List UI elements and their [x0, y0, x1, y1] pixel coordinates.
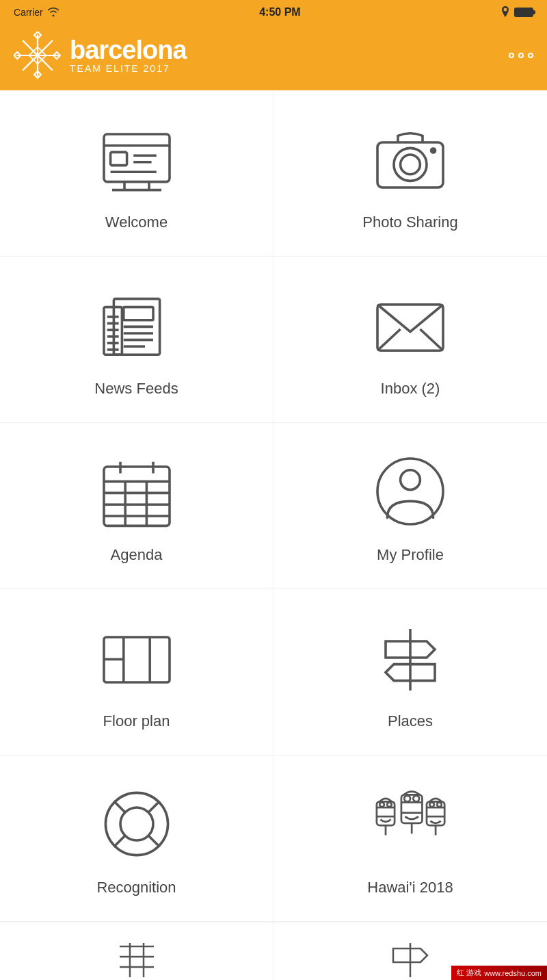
- logo: barcelona TEAM ELITE 2017: [14, 31, 187, 79]
- svg-point-78: [437, 802, 442, 807]
- menu-item-floor-plan[interactable]: Floor plan: [0, 589, 274, 756]
- floor-plan-label: Floor plan: [103, 712, 170, 730]
- brand-name: barcelona: [70, 37, 187, 63]
- svg-point-48: [401, 470, 421, 490]
- news-feeds-icon: [96, 284, 178, 366]
- photo-sharing-icon: [369, 118, 451, 200]
- watermark-site: www.redshu.com: [484, 969, 542, 977]
- dot-3: [528, 53, 533, 58]
- svg-point-21: [430, 147, 437, 154]
- more-options[interactable]: [509, 53, 533, 58]
- menu-item-news-feeds[interactable]: News Feeds: [0, 257, 274, 423]
- wifi-icon: [47, 7, 59, 18]
- agenda-label: Agenda: [111, 546, 163, 564]
- svg-point-20: [401, 155, 421, 175]
- menu-item-my-profile[interactable]: My Profile: [274, 423, 547, 589]
- brand-logo-icon: [14, 31, 62, 79]
- svg-line-60: [114, 836, 125, 847]
- menu-item-welcome[interactable]: Welcome: [0, 90, 274, 257]
- hawaii-label: Hawai'i 2018: [367, 879, 453, 897]
- svg-rect-11: [110, 152, 126, 165]
- floor-plan-icon: [96, 617, 178, 699]
- places-label: Places: [388, 712, 433, 730]
- svg-point-66: [387, 802, 392, 807]
- inbox-label: Inbox (2): [381, 380, 440, 398]
- menu-item-photo-sharing[interactable]: Photo Sharing: [274, 90, 547, 257]
- battery-icon: [514, 8, 533, 17]
- watermark: 红 游戏 www.redshu.com: [451, 966, 547, 980]
- main-grid: Welcome Photo Sharing: [0, 90, 547, 922]
- svg-line-61: [148, 836, 159, 847]
- status-icons: [501, 6, 533, 19]
- time-display: 4:50 PM: [259, 6, 300, 18]
- recognition-icon: [96, 783, 178, 865]
- menu-item-recognition[interactable]: Recognition: [0, 756, 274, 922]
- menu-item-places[interactable]: Places: [274, 589, 547, 756]
- menu-item-hawaii[interactable]: Hawai'i 2018: [274, 756, 547, 922]
- inbox-icon: [369, 284, 451, 366]
- watermark-label: 红 游戏: [457, 968, 481, 978]
- svg-line-36: [377, 329, 401, 350]
- places-icon: [369, 617, 451, 699]
- location-icon: [501, 6, 510, 19]
- partial-icon-left: [116, 943, 157, 977]
- carrier-label: Carrier: [14, 7, 43, 18]
- svg-line-58: [114, 801, 125, 812]
- svg-line-59: [148, 801, 159, 812]
- status-bar: Carrier 4:50 PM: [0, 0, 547, 25]
- my-profile-icon: [369, 450, 451, 532]
- svg-point-72: [413, 796, 419, 802]
- dot-2: [518, 53, 524, 58]
- dot-1: [509, 53, 514, 58]
- svg-point-19: [394, 148, 427, 181]
- svg-point-71: [404, 796, 410, 802]
- svg-line-37: [420, 329, 443, 350]
- news-feeds-label: News Feeds: [94, 380, 178, 398]
- svg-point-77: [429, 802, 434, 807]
- partial-icon-right: [390, 943, 431, 977]
- svg-rect-9: [104, 134, 170, 182]
- recognition-label: Recognition: [96, 879, 176, 897]
- agenda-icon: [96, 450, 178, 532]
- svg-point-65: [379, 802, 384, 807]
- brand-subtitle: TEAM ELITE 2017: [70, 63, 187, 74]
- partial-item-left[interactable]: [0, 923, 274, 980]
- carrier-wifi: Carrier: [14, 7, 59, 18]
- welcome-icon: [96, 118, 178, 200]
- my-profile-label: My Profile: [377, 546, 444, 564]
- svg-rect-24: [123, 307, 152, 320]
- hawaii-icon: [369, 783, 451, 865]
- photo-sharing-label: Photo Sharing: [362, 214, 457, 231]
- logo-text: barcelona TEAM ELITE 2017: [70, 37, 187, 74]
- menu-item-inbox[interactable]: Inbox (2): [274, 257, 547, 423]
- app-header: barcelona TEAM ELITE 2017: [0, 25, 547, 90]
- menu-item-agenda[interactable]: Agenda: [0, 423, 274, 589]
- welcome-label: Welcome: [105, 214, 168, 231]
